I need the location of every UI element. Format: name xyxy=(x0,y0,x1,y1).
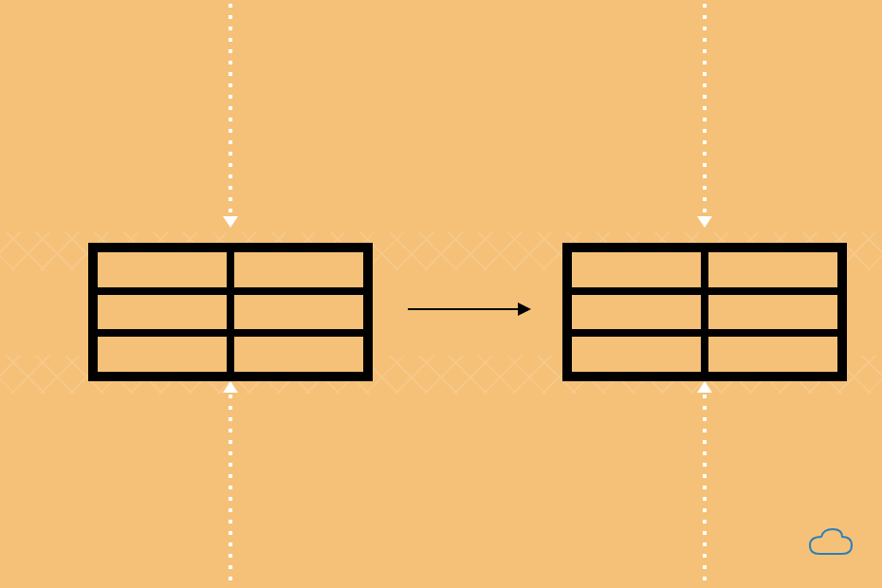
table-cell xyxy=(705,333,841,376)
arrowhead-down-icon xyxy=(697,216,712,228)
cloud-icon xyxy=(802,525,854,560)
table-cell xyxy=(94,291,230,334)
vertical-guide-left-top xyxy=(229,0,232,218)
table-cell xyxy=(705,248,841,291)
vertical-guide-left-bottom xyxy=(229,379,232,588)
table-cell xyxy=(230,291,367,334)
table-cell xyxy=(705,291,841,334)
table-right xyxy=(562,243,847,381)
table-cell xyxy=(230,333,367,376)
table-cell xyxy=(94,333,230,376)
table-cell xyxy=(94,248,230,291)
table-cell xyxy=(568,333,705,376)
arrowhead-up-icon xyxy=(697,381,712,393)
arrow-right-icon xyxy=(408,308,529,310)
table-cell xyxy=(568,291,705,334)
table-cell xyxy=(568,248,705,291)
vertical-guide-right-bottom xyxy=(703,379,707,588)
vertical-guide-right-top xyxy=(703,0,707,218)
table-left xyxy=(88,243,373,381)
arrowhead-up-icon xyxy=(223,381,238,393)
table-cell xyxy=(230,248,367,291)
arrowhead-down-icon xyxy=(223,216,238,228)
